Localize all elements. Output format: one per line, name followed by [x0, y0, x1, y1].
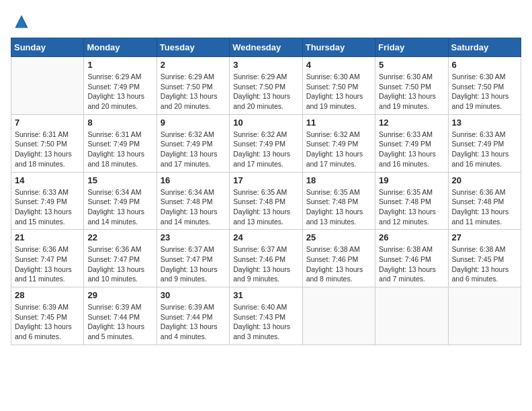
day-number: 28 [15, 290, 80, 300]
day-number: 18 [306, 175, 371, 185]
day-info: Sunrise: 6:34 AMSunset: 7:48 PMDaylight:… [161, 187, 226, 227]
day-number: 27 [452, 232, 517, 242]
calendar-cell: 23Sunrise: 6:37 AMSunset: 7:47 PMDayligh… [157, 230, 229, 287]
calendar-cell: 8Sunrise: 6:31 AMSunset: 7:49 PMDaylight… [84, 114, 157, 172]
day-number: 20 [452, 175, 517, 185]
day-number: 26 [379, 232, 444, 242]
day-number: 24 [233, 232, 298, 242]
calendar-cell: 4Sunrise: 6:30 AMSunset: 7:50 PMDaylight… [302, 57, 375, 115]
day-number: 17 [233, 175, 298, 185]
calendar-cell: 9Sunrise: 6:32 AMSunset: 7:49 PMDaylight… [157, 114, 229, 172]
day-info: Sunrise: 6:39 AMSunset: 7:44 PMDaylight:… [161, 302, 226, 342]
day-number: 19 [379, 175, 444, 185]
calendar-cell: 15Sunrise: 6:34 AMSunset: 7:49 PMDayligh… [84, 172, 157, 230]
day-number: 2 [161, 60, 226, 70]
logo-icon [11, 11, 32, 32]
page-header [11, 11, 521, 32]
day-info: Sunrise: 6:32 AMSunset: 7:49 PMDaylight:… [161, 130, 226, 169]
day-number: 7 [15, 118, 80, 128]
calendar-cell: 6Sunrise: 6:30 AMSunset: 7:50 PMDaylight… [448, 57, 521, 115]
day-info: Sunrise: 6:36 AMSunset: 7:48 PMDaylight:… [452, 187, 517, 227]
calendar-cell: 24Sunrise: 6:37 AMSunset: 7:46 PMDayligh… [230, 230, 302, 287]
day-number: 8 [87, 118, 152, 128]
calendar-cell: 19Sunrise: 6:35 AMSunset: 7:48 PMDayligh… [375, 172, 448, 230]
day-number: 12 [379, 118, 444, 128]
day-info: Sunrise: 6:33 AMSunset: 7:49 PMDaylight:… [15, 187, 80, 227]
day-info: Sunrise: 6:38 AMSunset: 7:45 PMDaylight:… [452, 244, 517, 284]
calendar-cell: 1Sunrise: 6:29 AMSunset: 7:49 PMDaylight… [84, 57, 157, 115]
day-number: 22 [87, 232, 152, 242]
weekday-header-friday: Friday [375, 38, 448, 57]
calendar-cell: 7Sunrise: 6:31 AMSunset: 7:50 PMDaylight… [11, 114, 84, 172]
weekday-header-monday: Monday [84, 38, 157, 57]
calendar-cell: 2Sunrise: 6:29 AMSunset: 7:50 PMDaylight… [157, 57, 229, 115]
weekday-header-row: SundayMondayTuesdayWednesdayThursdayFrid… [11, 38, 521, 57]
day-info: Sunrise: 6:34 AMSunset: 7:49 PMDaylight:… [87, 187, 152, 227]
day-info: Sunrise: 6:33 AMSunset: 7:49 PMDaylight:… [379, 130, 444, 169]
day-info: Sunrise: 6:33 AMSunset: 7:49 PMDaylight:… [452, 130, 517, 169]
calendar-cell: 12Sunrise: 6:33 AMSunset: 7:49 PMDayligh… [375, 114, 448, 172]
calendar-cell: 20Sunrise: 6:36 AMSunset: 7:48 PMDayligh… [448, 172, 521, 230]
day-number: 15 [87, 175, 152, 185]
day-number: 30 [161, 290, 226, 300]
day-info: Sunrise: 6:29 AMSunset: 7:49 PMDaylight:… [87, 72, 152, 111]
day-info: Sunrise: 6:35 AMSunset: 7:48 PMDaylight:… [379, 187, 444, 227]
calendar-cell: 27Sunrise: 6:38 AMSunset: 7:45 PMDayligh… [448, 230, 521, 287]
day-info: Sunrise: 6:37 AMSunset: 7:46 PMDaylight:… [233, 244, 298, 284]
day-number: 5 [379, 60, 444, 70]
day-number: 16 [161, 175, 226, 185]
day-info: Sunrise: 6:38 AMSunset: 7:46 PMDaylight:… [306, 244, 371, 284]
day-info: Sunrise: 6:32 AMSunset: 7:49 PMDaylight:… [233, 130, 298, 169]
week-row-1: 1Sunrise: 6:29 AMSunset: 7:49 PMDaylight… [11, 57, 521, 115]
day-info: Sunrise: 6:31 AMSunset: 7:49 PMDaylight:… [87, 130, 152, 169]
calendar-cell: 10Sunrise: 6:32 AMSunset: 7:49 PMDayligh… [230, 114, 302, 172]
calendar-cell: 31Sunrise: 6:40 AMSunset: 7:43 PMDayligh… [230, 287, 302, 345]
calendar-cell: 28Sunrise: 6:39 AMSunset: 7:45 PMDayligh… [11, 287, 84, 345]
day-number: 13 [452, 118, 517, 128]
calendar-cell: 3Sunrise: 6:29 AMSunset: 7:50 PMDaylight… [230, 57, 302, 115]
day-info: Sunrise: 6:35 AMSunset: 7:48 PMDaylight:… [306, 187, 371, 227]
calendar-cell: 14Sunrise: 6:33 AMSunset: 7:49 PMDayligh… [11, 172, 84, 230]
week-row-4: 21Sunrise: 6:36 AMSunset: 7:47 PMDayligh… [11, 230, 521, 287]
day-number: 25 [306, 232, 371, 242]
weekday-header-tuesday: Tuesday [157, 38, 229, 57]
day-number: 21 [15, 232, 80, 242]
day-number: 10 [233, 118, 298, 128]
day-info: Sunrise: 6:29 AMSunset: 7:50 PMDaylight:… [161, 72, 226, 111]
day-info: Sunrise: 6:37 AMSunset: 7:47 PMDaylight:… [161, 244, 226, 284]
day-info: Sunrise: 6:30 AMSunset: 7:50 PMDaylight:… [306, 72, 371, 111]
day-number: 4 [306, 60, 371, 70]
calendar-cell: 21Sunrise: 6:36 AMSunset: 7:47 PMDayligh… [11, 230, 84, 287]
day-number: 29 [87, 290, 152, 300]
day-number: 14 [15, 175, 80, 185]
day-info: Sunrise: 6:36 AMSunset: 7:47 PMDaylight:… [87, 244, 152, 284]
day-number: 31 [233, 290, 298, 300]
calendar-cell: 5Sunrise: 6:30 AMSunset: 7:50 PMDaylight… [375, 57, 448, 115]
weekday-header-saturday: Saturday [448, 38, 521, 57]
calendar-table: SundayMondayTuesdayWednesdayThursdayFrid… [11, 38, 521, 345]
calendar-cell: 25Sunrise: 6:38 AMSunset: 7:46 PMDayligh… [302, 230, 375, 287]
day-info: Sunrise: 6:31 AMSunset: 7:50 PMDaylight:… [15, 130, 80, 169]
day-info: Sunrise: 6:36 AMSunset: 7:47 PMDaylight:… [15, 244, 80, 284]
day-number: 6 [452, 60, 517, 70]
week-row-5: 28Sunrise: 6:39 AMSunset: 7:45 PMDayligh… [11, 287, 521, 345]
calendar-cell [448, 287, 521, 345]
day-info: Sunrise: 6:40 AMSunset: 7:43 PMDaylight:… [233, 302, 298, 342]
weekday-header-wednesday: Wednesday [230, 38, 302, 57]
weekday-header-sunday: Sunday [11, 38, 84, 57]
day-info: Sunrise: 6:32 AMSunset: 7:49 PMDaylight:… [306, 130, 371, 169]
day-number: 23 [161, 232, 226, 242]
calendar-cell: 18Sunrise: 6:35 AMSunset: 7:48 PMDayligh… [302, 172, 375, 230]
calendar-cell: 13Sunrise: 6:33 AMSunset: 7:49 PMDayligh… [448, 114, 521, 172]
day-number: 11 [306, 118, 371, 128]
logo [11, 11, 36, 32]
day-info: Sunrise: 6:39 AMSunset: 7:45 PMDaylight:… [15, 302, 80, 342]
day-info: Sunrise: 6:39 AMSunset: 7:44 PMDaylight:… [87, 302, 152, 342]
week-row-2: 7Sunrise: 6:31 AMSunset: 7:50 PMDaylight… [11, 114, 521, 172]
calendar-cell: 17Sunrise: 6:35 AMSunset: 7:48 PMDayligh… [230, 172, 302, 230]
day-info: Sunrise: 6:35 AMSunset: 7:48 PMDaylight:… [233, 187, 298, 227]
calendar-cell: 30Sunrise: 6:39 AMSunset: 7:44 PMDayligh… [157, 287, 229, 345]
week-row-3: 14Sunrise: 6:33 AMSunset: 7:49 PMDayligh… [11, 172, 521, 230]
calendar-cell: 29Sunrise: 6:39 AMSunset: 7:44 PMDayligh… [84, 287, 157, 345]
calendar-cell [11, 57, 84, 115]
